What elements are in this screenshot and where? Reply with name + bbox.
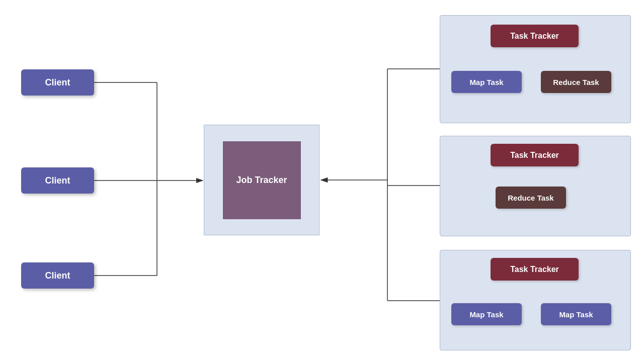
reduce-task-1: Reduce Task (541, 71, 611, 93)
task-tracker-label-1: Task Tracker (510, 32, 559, 41)
reduce-task-label-1: Reduce Task (553, 78, 599, 86)
task-tracker-2: Task Tracker (491, 144, 579, 166)
map-task-label-3a: Map Task (469, 310, 503, 319)
job-tracker-label: Job Tracker (236, 175, 287, 186)
map-task-label-1: Map Task (469, 78, 503, 86)
job-tracker-outer: Job Tracker (204, 125, 319, 235)
reduce-task-label-2: Reduce Task (508, 194, 553, 202)
client-box-3: Client (21, 262, 94, 289)
reduce-task-2: Reduce Task (496, 187, 566, 209)
client-box-2: Client (21, 167, 94, 194)
task-tracker-1: Task Tracker (491, 25, 579, 47)
map-task-3b: Map Task (541, 303, 611, 325)
diagram-container: Client Client Client Job Tracker Task Tr… (0, 0, 644, 362)
client-box-1: Client (21, 69, 94, 96)
map-task-3a: Map Task (451, 303, 522, 325)
job-tracker-inner: Job Tracker (223, 141, 301, 219)
task-tracker-3: Task Tracker (491, 258, 579, 281)
client-label-1: Client (45, 77, 70, 88)
panel-2: Task Tracker Reduce Task (440, 136, 631, 236)
task-tracker-label-3: Task Tracker (510, 265, 559, 274)
panel-3: Task Tracker Map Task Map Task (440, 250, 631, 350)
map-task-label-3b: Map Task (559, 310, 593, 319)
client-label-3: Client (45, 270, 70, 281)
map-task-1: Map Task (451, 71, 522, 93)
client-label-2: Client (45, 175, 70, 186)
task-tracker-label-2: Task Tracker (510, 151, 559, 160)
panel-1: Task Tracker Map Task Reduce Task (440, 15, 631, 123)
